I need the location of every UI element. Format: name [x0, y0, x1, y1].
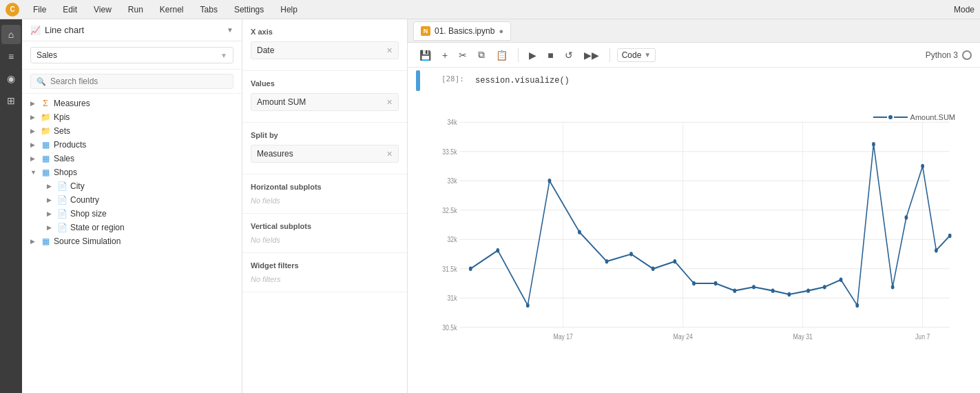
tree-item-city[interactable]: ▶ 📄 City: [22, 179, 242, 193]
tree-item-country[interactable]: ▶ 📄 Country: [22, 193, 242, 207]
code-cell: [28]: session.visualize(): [408, 68, 980, 94]
tree-item-measures[interactable]: ▶ Σ Measures: [22, 97, 242, 110]
save-button[interactable]: 💾: [416, 48, 435, 63]
svg-text:32k: 32k: [447, 235, 457, 243]
menu-kernel[interactable]: Kernel: [157, 3, 187, 16]
data-point: [548, 179, 552, 183]
tree-item-source-simulation[interactable]: ▶ ▦ Source Simulation: [22, 234, 242, 248]
toolbar-separator: [518, 48, 519, 62]
kernel-status-indicator: [962, 50, 972, 60]
cell-type-label: Code: [622, 50, 642, 60]
data-point: [651, 267, 655, 271]
dataset-select[interactable]: Sales ▼: [30, 47, 233, 63]
notebook-content: [28]: session.visualize(): [408, 68, 980, 393]
tree-item-sales[interactable]: ▶ ▦ Sales: [22, 152, 242, 165]
x-axis-remove-button[interactable]: ✕: [386, 46, 393, 55]
chart-output: Amount.SUM: [419, 99, 969, 350]
widget-filters-title: Widget filters: [251, 261, 399, 270]
cell-number: [28]:: [428, 70, 470, 83]
split-by-title: Split by: [251, 131, 399, 139]
tree-item-shop-size[interactable]: ▶ 📄 Shop size: [22, 207, 242, 221]
widget-filters-section: Widget filters No filters: [242, 253, 407, 292]
sidebar-item-home[interactable]: ⌂: [1, 25, 21, 44]
cube-icon: ▦: [40, 236, 51, 246]
sigma-icon: Σ: [40, 99, 51, 108]
tab-close-button[interactable]: ●: [499, 27, 503, 35]
menu-edit[interactable]: Edit: [60, 3, 80, 16]
widget-filters-placeholder: No filters: [251, 275, 399, 283]
panel-title: Line chart: [45, 25, 84, 35]
menu-view[interactable]: View: [91, 3, 114, 16]
menu-file[interactable]: File: [30, 3, 49, 16]
cell-type-select[interactable]: Code ▼: [617, 48, 656, 62]
tree-label-kpis: Kpis: [54, 112, 70, 122]
data-point: [905, 215, 908, 219]
panel-chevron[interactable]: ▼: [227, 26, 233, 34]
data-point: [935, 248, 938, 252]
cell-code[interactable]: session.visualize(): [470, 73, 980, 88]
svg-text:31k: 31k: [447, 294, 457, 302]
data-point: [714, 281, 718, 285]
line-chart-svg: 34k 33.5k 33k 32.5k 32k 31.5k 31k 30.5k …: [427, 108, 961, 342]
svg-text:May 17: May 17: [553, 332, 573, 341]
legend-item-amount-sum: Amount.SUM: [873, 113, 955, 121]
panel-header: 📈 Line chart ▼: [22, 19, 242, 41]
values-field: Amount SUM ✕: [251, 93, 399, 111]
sidebar-item-user[interactable]: ◉: [1, 69, 21, 88]
menu-tabs[interactable]: Tabs: [198, 3, 220, 16]
data-point: [469, 267, 472, 271]
data-point: [733, 288, 736, 292]
data-point: [771, 288, 775, 292]
tree-label-source-simulation: Source Simulation: [54, 236, 121, 246]
cube-icon: ▦: [40, 140, 51, 150]
legend-label: Amount.SUM: [910, 113, 955, 121]
notebook-tab-basics[interactable]: N 01. Basics.ipynb ●: [413, 21, 511, 41]
split-by-remove-button[interactable]: ✕: [386, 150, 393, 159]
folder-icon: 📁: [40, 126, 51, 136]
search-input[interactable]: [50, 77, 227, 86]
paste-button[interactable]: 📋: [492, 48, 511, 63]
run-button[interactable]: ▶: [525, 48, 540, 63]
tree-item-shops[interactable]: ▼ ▦ Shops: [22, 165, 242, 179]
sidebar-item-layers[interactable]: ≡: [1, 47, 21, 66]
values-title: Values: [251, 79, 399, 88]
mode-label: Mode: [954, 5, 974, 14]
line-chart-path: [470, 144, 950, 305]
legend-dash-icon-2: [894, 117, 908, 118]
add-cell-button[interactable]: +: [439, 48, 451, 63]
fast-forward-button[interactable]: ▶▶: [581, 48, 603, 63]
tree-item-sets[interactable]: ▶ 📁 Sets: [22, 124, 242, 138]
tree-item-kpis[interactable]: ▶ 📁 Kpis: [22, 110, 242, 124]
menu-right: Mode: [954, 5, 974, 14]
svg-text:May 31: May 31: [793, 332, 813, 341]
chevron-icon: ▶: [30, 114, 37, 121]
values-remove-button[interactable]: ✕: [386, 98, 393, 107]
cell-content: session.visualize(): [470, 70, 980, 91]
menu-help[interactable]: Help: [278, 3, 300, 16]
cut-button[interactable]: ✂: [455, 48, 470, 63]
stop-button[interactable]: ■: [544, 48, 556, 63]
menu-run[interactable]: Run: [125, 3, 146, 16]
python-label: Python 3: [926, 50, 958, 60]
tree-item-products[interactable]: ▶ ▦ Products: [22, 138, 242, 152]
data-point: [948, 234, 952, 238]
split-by-field-label: Measures: [257, 149, 293, 159]
search-icon: 🔍: [37, 77, 46, 86]
data-point: [872, 142, 875, 146]
x-axis-section: X axis Date ✕: [242, 19, 407, 71]
data-point: [673, 259, 676, 263]
tree-label-country: Country: [70, 195, 99, 205]
values-field-label: Amount SUM: [257, 97, 306, 107]
tree-label-products: Products: [54, 140, 86, 150]
sidebar-item-puzzle[interactable]: ⊞: [1, 91, 21, 110]
chevron-icon: ▶: [47, 196, 54, 203]
notebook-tabs: N 01. Basics.ipynb ●: [408, 19, 980, 43]
restart-button[interactable]: ↺: [561, 48, 576, 63]
tree-item-state-region[interactable]: ▶ 📄 State or region: [22, 221, 242, 234]
file-icon: 📄: [56, 223, 67, 232]
copy-button[interactable]: ⧉: [475, 47, 488, 63]
file-icon: 📄: [56, 195, 67, 205]
menu-settings[interactable]: Settings: [231, 3, 267, 16]
chevron-icon: ▶: [30, 155, 37, 162]
file-icon: 📄: [56, 209, 67, 219]
